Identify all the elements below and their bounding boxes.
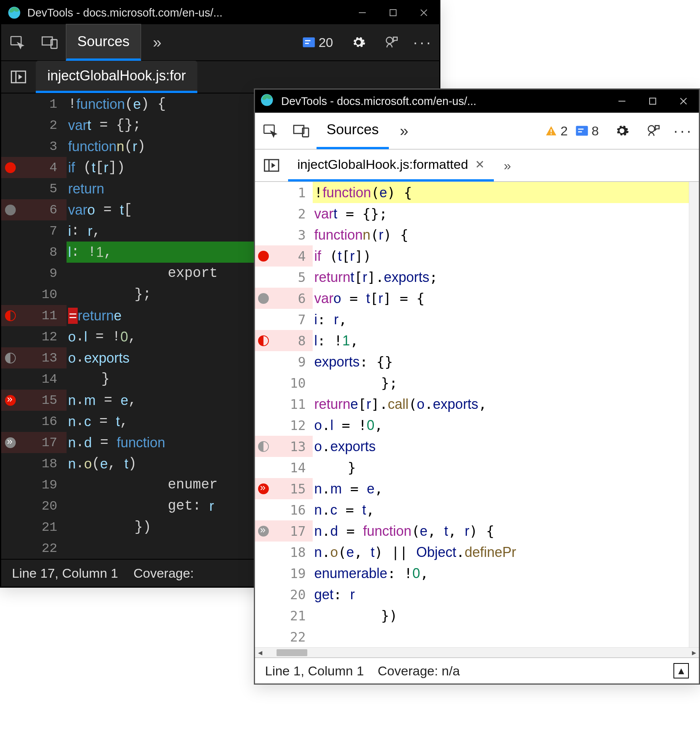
code-line[interactable]: function n(r) {: [313, 224, 689, 245]
line-number[interactable]: 14: [1, 368, 67, 390]
code-line[interactable]: return t[r].exports;: [313, 267, 689, 288]
code-line[interactable]: exports: {}: [313, 351, 689, 372]
line-number[interactable]: 19: [255, 563, 313, 584]
issues-counter[interactable]: 8: [575, 123, 599, 138]
line-number[interactable]: 12: [255, 415, 313, 436]
code-line[interactable]: o.l = !0,: [313, 415, 689, 436]
inspect-element-icon[interactable]: [1, 24, 33, 61]
code-line[interactable]: }): [313, 605, 689, 626]
line-number[interactable]: 14: [255, 457, 313, 478]
line-number[interactable]: 7: [255, 309, 313, 330]
line-number[interactable]: 17: [255, 520, 313, 542]
line-number[interactable]: 11: [255, 393, 313, 415]
horizontal-scrollbar[interactable]: ◂ ▸: [255, 647, 699, 657]
device-toolbar-icon[interactable]: [286, 112, 317, 149]
line-number[interactable]: 2: [255, 203, 313, 224]
code-line[interactable]: if (t[r]): [313, 245, 689, 267]
breakpoint-marker[interactable]: [5, 205, 16, 215]
line-number[interactable]: 3: [1, 136, 67, 157]
line-number[interactable]: 9: [1, 263, 67, 284]
more-file-tabs-icon[interactable]: »: [494, 158, 521, 173]
more-menu-icon[interactable]: ···: [407, 24, 439, 61]
vertical-scrollbar[interactable]: [689, 182, 699, 647]
line-number[interactable]: 12: [1, 326, 67, 347]
feedback-icon[interactable]: [637, 112, 668, 149]
line-number[interactable]: 4: [255, 245, 313, 267]
feedback-icon[interactable]: [375, 24, 407, 61]
line-number[interactable]: 22: [255, 626, 313, 647]
line-number[interactable]: 21: [255, 605, 313, 626]
line-number[interactable]: 16: [1, 411, 67, 432]
line-number[interactable]: 4: [1, 157, 67, 178]
line-number[interactable]: 15: [1, 390, 67, 411]
code-line[interactable]: n.o(e, t) || Object.definePr: [313, 542, 689, 563]
more-menu-icon[interactable]: ···: [668, 112, 699, 149]
line-number[interactable]: 6: [1, 199, 67, 220]
more-tabs-icon[interactable]: »: [141, 24, 173, 61]
line-number[interactable]: 11: [1, 305, 67, 326]
file-tab[interactable]: injectGlobalHook.js:for: [36, 61, 197, 93]
line-gutter[interactable]: 12345678910111213141516171819202122: [1, 93, 67, 559]
code-editor[interactable]: 12345678910111213141516171819202122 !fun…: [255, 182, 699, 647]
line-number[interactable]: 1: [1, 93, 67, 115]
code-line[interactable]: n.m = e,: [313, 478, 689, 499]
code-area[interactable]: !function(e) { var t = {}; function n(r)…: [313, 182, 689, 647]
code-line[interactable]: return e[r].call(o.exports,: [313, 393, 689, 415]
line-number[interactable]: 21: [1, 517, 67, 538]
line-gutter[interactable]: 12345678910111213141516171819202122: [255, 182, 313, 647]
code-line[interactable]: l: !1,: [313, 330, 689, 351]
code-line[interactable]: get: r: [313, 584, 689, 605]
code-line[interactable]: !function(e) {: [313, 182, 689, 203]
line-number[interactable]: 20: [255, 584, 313, 605]
warnings-counter[interactable]: 2: [545, 123, 568, 138]
line-number[interactable]: 15: [255, 478, 313, 499]
line-number[interactable]: 5: [255, 267, 313, 288]
code-line[interactable]: n.c = t,: [313, 499, 689, 520]
settings-gear-icon[interactable]: [607, 112, 637, 149]
scroll-right-icon[interactable]: ▸: [689, 648, 699, 658]
drawer-toggle-icon[interactable]: ▲: [673, 663, 689, 678]
code-line[interactable]: n.d = function(e, t, r) {: [313, 520, 689, 542]
file-tab[interactable]: injectGlobalHook.js:formatted ✕: [288, 149, 494, 182]
issues-counter[interactable]: 20: [302, 35, 333, 50]
titlebar[interactable]: DevTools - docs.microsoft.com/en-us/...: [255, 90, 699, 113]
breakpoint-marker[interactable]: [258, 293, 269, 304]
code-line[interactable]: var t = {};: [313, 203, 689, 224]
maximize-button[interactable]: [378, 1, 408, 24]
line-number[interactable]: 18: [1, 453, 67, 474]
scroll-left-icon[interactable]: ◂: [255, 648, 265, 658]
line-number[interactable]: 18: [255, 542, 313, 563]
titlebar[interactable]: DevTools - docs.microsoft.com/en-us/...: [1, 1, 439, 24]
code-line[interactable]: enumerable: !0,: [313, 563, 689, 584]
close-button[interactable]: [668, 90, 699, 113]
line-number[interactable]: 13: [1, 347, 67, 368]
breakpoint-marker[interactable]: [258, 526, 269, 537]
line-number[interactable]: 22: [1, 538, 67, 559]
line-number[interactable]: 10: [1, 284, 67, 305]
close-tab-icon[interactable]: ✕: [475, 158, 485, 171]
line-number[interactable]: 2: [1, 115, 67, 136]
line-number[interactable]: 17: [1, 432, 67, 453]
line-number[interactable]: 16: [255, 499, 313, 520]
line-number[interactable]: 6: [255, 288, 313, 309]
line-number[interactable]: 10: [255, 372, 313, 393]
scrollbar-thumb[interactable]: [277, 649, 307, 656]
code-line[interactable]: [313, 626, 689, 647]
breakpoint-marker[interactable]: [5, 395, 16, 406]
breakpoint-marker[interactable]: [258, 251, 269, 262]
device-toolbar-icon[interactable]: [33, 24, 66, 61]
line-number[interactable]: 20: [1, 495, 67, 517]
sources-tab[interactable]: Sources: [66, 24, 141, 61]
line-number[interactable]: 19: [1, 474, 67, 495]
maximize-button[interactable]: [637, 90, 668, 113]
code-line[interactable]: o.exports: [313, 436, 689, 457]
code-line[interactable]: }: [313, 457, 689, 478]
breakpoint-marker[interactable]: [258, 483, 269, 494]
line-number[interactable]: 3: [255, 224, 313, 245]
code-line[interactable]: };: [313, 372, 689, 393]
navigator-toggle-icon[interactable]: [1, 61, 36, 93]
line-number[interactable]: 7: [1, 220, 67, 242]
line-number[interactable]: 1: [255, 182, 313, 203]
minimize-button[interactable]: [347, 1, 378, 24]
breakpoint-marker[interactable]: [258, 441, 269, 452]
